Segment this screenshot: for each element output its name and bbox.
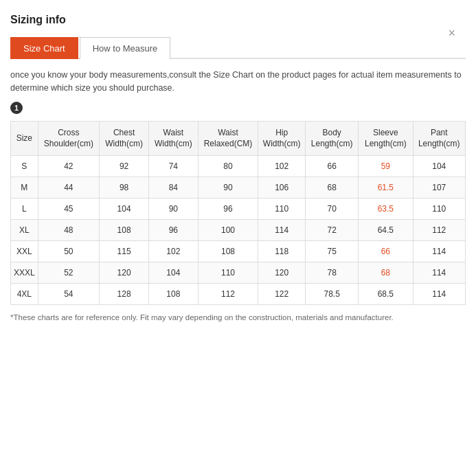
data-cell: 104: [100, 199, 149, 220]
table-row: 4XL5412810811212278.568.5114: [11, 284, 466, 305]
data-cell: 80: [198, 156, 258, 177]
size-cell: M: [11, 177, 38, 199]
size-cell: L: [11, 199, 38, 220]
data-cell: 110: [413, 199, 465, 220]
column-header: Size: [11, 121, 38, 156]
data-cell: 114: [258, 220, 306, 241]
column-header: Cross Shoulder(cm): [38, 121, 99, 156]
data-cell: 59: [359, 156, 413, 177]
table-row: M449884901066861.5107: [11, 177, 466, 199]
data-cell: 106: [258, 177, 306, 199]
column-header: Waist Relaxed(CM): [198, 121, 258, 156]
data-cell: 64.5: [359, 220, 413, 241]
data-cell: 72: [306, 220, 359, 241]
data-cell: 128: [100, 284, 149, 305]
data-cell: 75: [306, 241, 359, 262]
size-cell: XXXL: [11, 262, 38, 284]
data-cell: 66: [359, 241, 413, 262]
size-cell: XXL: [11, 241, 38, 262]
data-cell: 92: [100, 156, 149, 177]
data-cell: 96: [149, 220, 199, 241]
size-chart-table: SizeCross Shoulder(cm)Chest Width(cm)Wai…: [10, 121, 466, 306]
tabs-container: Size Chart How to Measure: [10, 37, 466, 59]
data-cell: 45: [38, 199, 99, 220]
footer-note: *These charts are for reference only. Fi…: [10, 313, 466, 321]
data-cell: 78.5: [306, 284, 359, 305]
data-cell: 110: [258, 199, 306, 220]
data-cell: 52: [38, 262, 99, 284]
size-cell: S: [11, 156, 38, 177]
column-header: Sleeve Length(cm): [359, 121, 413, 156]
data-cell: 122: [258, 284, 306, 305]
data-cell: 66: [306, 156, 359, 177]
data-cell: 100: [198, 220, 258, 241]
size-cell: 4XL: [11, 284, 38, 305]
data-cell: 107: [413, 177, 465, 199]
data-cell: 84: [149, 177, 199, 199]
data-cell: 68: [359, 262, 413, 284]
data-cell: 74: [149, 156, 199, 177]
data-cell: 63.5: [359, 199, 413, 220]
data-cell: 102: [258, 156, 306, 177]
data-cell: 114: [413, 241, 465, 262]
description-text: once you know your body measurements,con…: [10, 69, 466, 95]
column-header: Waist Width(cm): [149, 121, 199, 156]
data-cell: 68.5: [359, 284, 413, 305]
column-header: Pant Length(cm): [413, 121, 465, 156]
table-row: XXXL521201041101207868114: [11, 262, 466, 284]
data-cell: 108: [149, 284, 199, 305]
data-cell: 42: [38, 156, 99, 177]
table-row: S429274801026659104: [11, 156, 466, 177]
table-row: XXL501151021081187566114: [11, 241, 466, 262]
page-title: Sizing info: [10, 14, 466, 26]
table-header: SizeCross Shoulder(cm)Chest Width(cm)Wai…: [11, 121, 466, 156]
data-cell: 108: [198, 241, 258, 262]
data-cell: 48: [38, 220, 99, 241]
data-cell: 54: [38, 284, 99, 305]
size-cell: XL: [11, 220, 38, 241]
tab-size-chart[interactable]: Size Chart: [10, 37, 78, 59]
data-cell: 120: [258, 262, 306, 284]
column-header: Chest Width(cm): [100, 121, 149, 156]
data-cell: 96: [198, 199, 258, 220]
column-header: Hip Width(cm): [258, 121, 306, 156]
column-header: Body Length(cm): [306, 121, 359, 156]
data-cell: 70: [306, 199, 359, 220]
data-cell: 90: [149, 199, 199, 220]
info-badge: 1: [10, 102, 23, 114]
tab-how-to-measure[interactable]: How to Measure: [80, 37, 171, 59]
data-cell: 102: [149, 241, 199, 262]
data-cell: 114: [413, 284, 465, 305]
data-cell: 115: [100, 241, 149, 262]
data-cell: 112: [413, 220, 465, 241]
data-cell: 78: [306, 262, 359, 284]
table-row: XL48108961001147264.5112: [11, 220, 466, 241]
close-icon[interactable]: ×: [448, 26, 455, 41]
data-cell: 108: [100, 220, 149, 241]
data-cell: 90: [198, 177, 258, 199]
data-cell: 120: [100, 262, 149, 284]
data-cell: 110: [198, 262, 258, 284]
table-row: L4510490961107063.5110: [11, 199, 466, 220]
data-cell: 61.5: [359, 177, 413, 199]
data-cell: 50: [38, 241, 99, 262]
data-cell: 118: [258, 241, 306, 262]
data-cell: 44: [38, 177, 99, 199]
data-cell: 114: [413, 262, 465, 284]
data-cell: 112: [198, 284, 258, 305]
data-cell: 104: [413, 156, 465, 177]
data-cell: 68: [306, 177, 359, 199]
data-cell: 104: [149, 262, 199, 284]
data-cell: 98: [100, 177, 149, 199]
